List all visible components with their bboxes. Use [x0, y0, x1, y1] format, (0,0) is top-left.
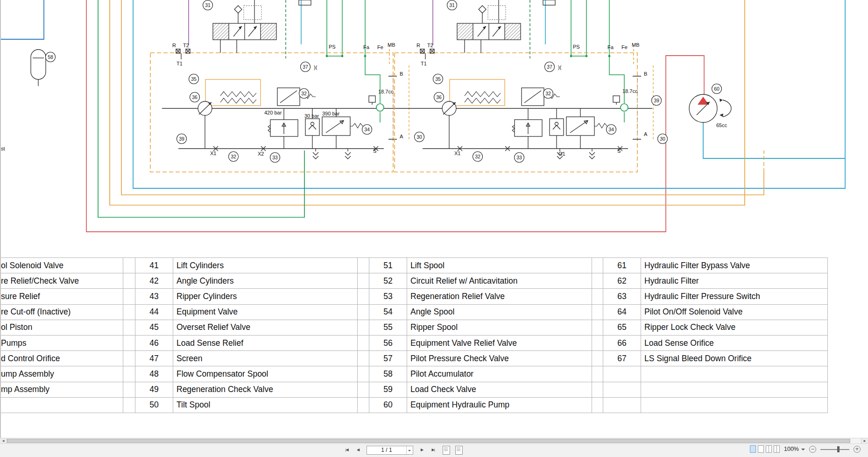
page-number-input[interactable]: 1 / 1	[367, 446, 413, 455]
legend-number-cell: 59	[369, 382, 407, 397]
legend-separator	[592, 289, 603, 304]
legend-name-cell: Pilot On/Off Solenoid Valve	[641, 305, 827, 320]
legend-number-cell: 46	[135, 336, 173, 350]
single-page-view-icon[interactable]	[750, 445, 756, 453]
legend-separator	[358, 258, 369, 273]
page-dropdown-icon[interactable]	[406, 446, 413, 454]
legend-name-cell	[641, 398, 827, 413]
legend-name-cell: sure Relief	[0, 289, 123, 304]
legend-separator	[123, 351, 135, 366]
legend-separator	[123, 273, 135, 288]
horizontal-scrollbar[interactable]: ◂ ▸	[0, 438, 868, 443]
legend-name-cell: Lift Cylinders	[173, 258, 357, 273]
legend-name-cell: Load Sense Relief	[173, 336, 357, 350]
diagram-label: MB	[388, 42, 395, 48]
legend-number-cell: 66	[603, 336, 641, 350]
page-copy-icon[interactable]	[455, 446, 463, 455]
page-layout-icon[interactable]	[443, 446, 450, 455]
legend-name-cell: Ripper Cylinders	[173, 289, 357, 304]
continuous-facing-view-icon[interactable]	[774, 445, 780, 453]
legend-number-cell: 64	[603, 305, 641, 320]
first-page-button[interactable]: |◀	[342, 445, 351, 455]
legend-number-cell: 47	[135, 351, 173, 366]
legend-separator	[358, 382, 369, 397]
zoom-out-button[interactable]: −	[809, 446, 816, 453]
callout-number: 30	[416, 134, 422, 140]
legend-number-cell: 48	[135, 366, 173, 381]
legend-number-cell: 58	[369, 366, 407, 381]
callout-number: 35	[435, 76, 441, 82]
window-left-border	[0, 0, 1, 438]
legend-name-cell: Overset Relief Valve	[173, 320, 357, 335]
pilot-accumulator-symbol	[31, 50, 46, 79]
last-page-button[interactable]: ▶|	[429, 445, 438, 455]
callout-number: 36	[436, 94, 442, 100]
diagram-callouts: 5831313737353536363232393934343030323233…	[46, 0, 722, 163]
diagram-label: )(	[558, 64, 562, 70]
legend-number-cell: 41	[135, 258, 173, 273]
zoom-level[interactable]: 100%	[784, 446, 799, 452]
legend-name-cell: Hydraulic Filter	[641, 273, 827, 288]
legend-name-cell: Pilot Accumulator	[407, 366, 592, 381]
legend-name-cell: Ripper Spool	[407, 320, 592, 335]
viewer-toolbar: |◀ ◀ 1 / 1 ▶ ▶| 100% −	[0, 443, 868, 457]
diagram-label: X1	[454, 150, 460, 156]
pdf-viewer-window: RT2T1PSFaFeMBBA18.7cc420 bar30 bar390 ba…	[0, 0, 868, 457]
legend-name-cell	[641, 366, 827, 381]
callout-number: 36	[192, 94, 198, 100]
diagram-label: Fa	[363, 44, 370, 50]
scroll-right-button[interactable]: ▸	[861, 438, 868, 443]
diagram-label: )(	[314, 64, 318, 70]
diagram-label: st	[1, 146, 5, 151]
legend-name-cell: ump Assembly	[0, 366, 123, 381]
diagram-label: Fe	[377, 44, 383, 50]
next-page-button[interactable]: ▶	[417, 445, 426, 455]
diagram-label: S	[373, 148, 376, 154]
legend-number-cell: 52	[369, 273, 407, 288]
diagram-label: 18.7cc	[622, 88, 638, 94]
diagram-label: T1	[421, 61, 427, 66]
legend-number-cell: 56	[369, 336, 407, 350]
scroll-left-button[interactable]: ◂	[0, 438, 7, 443]
diagram-label: B	[400, 71, 403, 77]
callout-number: 32	[301, 91, 307, 96]
callout-number: 39	[654, 98, 659, 103]
callout-number: 32	[475, 154, 480, 159]
zoom-in-button[interactable]: +	[854, 446, 861, 453]
legend-name-cell: re Relief/Check Valve	[0, 273, 123, 288]
legend-number-cell: 55	[369, 320, 407, 335]
legend-number-cell: 63	[603, 289, 641, 304]
diagram-label: R	[416, 43, 420, 48]
previous-page-button[interactable]: ◀	[353, 445, 362, 455]
callout-number: 60	[714, 86, 720, 92]
zoom-dropdown-icon[interactable]	[801, 449, 805, 452]
legend-name-cell: Regeneration Relief Valve	[407, 289, 592, 304]
callout-number: 32	[231, 154, 236, 159]
legend-separator	[358, 305, 369, 320]
continuous-view-icon[interactable]	[758, 445, 764, 453]
legend-separator	[592, 336, 603, 350]
diagram-label: 65cc	[716, 122, 727, 128]
legend-separator	[592, 382, 603, 397]
callout-number: 35	[191, 76, 197, 82]
callout-number: 37	[303, 64, 308, 70]
scrollbar-thumb[interactable]	[7, 439, 850, 443]
legend-separator	[592, 366, 603, 381]
facing-pages-view-icon[interactable]	[766, 445, 772, 453]
legend-name-cell: Flow Compensator Spool	[173, 366, 357, 381]
legend-number-cell: 65	[603, 320, 641, 335]
view-mode-group	[750, 445, 780, 453]
legend-name-cell: Circuit Relief w/ Anticavitation	[407, 273, 592, 288]
legend-number-cell	[603, 366, 641, 381]
legend-number-cell: 60	[369, 398, 407, 413]
legend-name-cell: Regeneration Check Valve	[173, 382, 357, 397]
legend-separator	[358, 366, 369, 381]
legend-separator	[123, 336, 135, 350]
page-indicator: 1 / 1	[367, 447, 406, 453]
zoom-slider-thumb[interactable]	[837, 446, 840, 452]
zoom-slider[interactable]	[820, 446, 849, 453]
legend-name-cell: Load Check Valve	[407, 382, 592, 397]
legend-name-cell	[0, 398, 123, 413]
diagram-label: PS	[329, 44, 336, 50]
legend-name-cell: Hydraulic Filter Bypass Valve	[641, 258, 827, 273]
